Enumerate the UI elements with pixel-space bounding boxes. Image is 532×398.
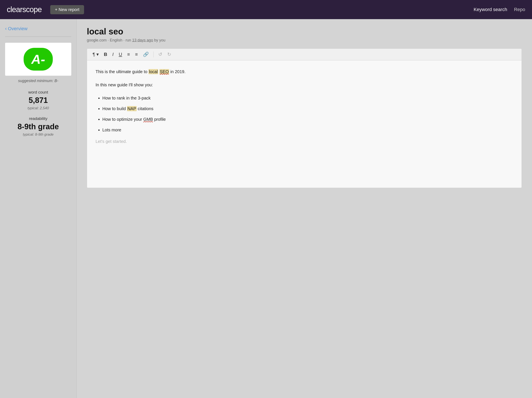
toolbar-separator — [153, 51, 154, 57]
report-source: google.com · English · run — [87, 38, 132, 42]
list-item: How to optimize your GMB profile — [102, 116, 513, 123]
overview-link[interactable]: ‹ Overview — [5, 26, 71, 31]
word-count-label: word count — [5, 90, 71, 95]
editor-toolbar: ¶ ▾ B I U ≡ ≡ 🔗 — [87, 49, 522, 60]
editor-paragraph-2: In this new guide I'll show you: — [95, 81, 513, 88]
undo-button[interactable]: ↺ — [156, 50, 164, 58]
editor-placeholder: Let's get started. — [95, 138, 513, 145]
undo-icon: ↺ — [158, 52, 162, 57]
highlight-seo: SEO — [159, 69, 169, 74]
underline-button[interactable]: U — [117, 50, 124, 58]
underline-icon: U — [119, 52, 122, 57]
report-author: by you — [153, 38, 165, 42]
paragraph-icon: ¶ ▾ — [93, 52, 99, 57]
list-item-4-text: Lots more — [102, 128, 121, 132]
list-item-2-after: citations — [137, 106, 153, 111]
grade-box: A- — [5, 43, 71, 76]
grade-pill: A- — [24, 48, 53, 71]
bold-button[interactable]: B — [102, 50, 109, 58]
link-button[interactable]: 🔗 — [141, 50, 151, 58]
paragraph-button[interactable]: ¶ ▾ — [90, 50, 101, 58]
keyword-search-link[interactable]: Keyword search — [474, 7, 507, 12]
editor-paragraph-1: This is the ultimate guide to local SEO … — [95, 68, 513, 75]
editor-wrapper: ¶ ▾ B I U ≡ ≡ 🔗 — [87, 49, 522, 188]
word-count-typical: typical: 2,540 — [5, 106, 71, 110]
unordered-list-button[interactable]: ≡ — [133, 50, 140, 58]
list-item-3-before: How to optimize your — [102, 117, 143, 122]
chevron-left-icon: ‹ — [5, 26, 6, 31]
readability-label: readability — [5, 116, 71, 121]
list-item: Lots more — [102, 126, 513, 134]
overview-label: Overview — [8, 26, 27, 31]
italic-icon: I — [112, 52, 114, 57]
highlight-local: local — [149, 69, 158, 74]
editor-list: How to rank in the 3-pack How to build N… — [102, 94, 513, 134]
new-report-button[interactable]: + New report — [50, 5, 84, 14]
para1-after: in 2019. — [169, 69, 186, 74]
suggested-minimum: suggested minimum: B- — [5, 79, 71, 83]
redo-icon: ↻ — [167, 52, 171, 57]
report-title: local seo — [87, 27, 522, 36]
list-item-1-text: How to rank in the 3-pack — [102, 96, 151, 100]
report-meta: google.com · English · run 13 days ago b… — [87, 38, 522, 43]
list-item-2-before: How to build — [102, 106, 127, 111]
top-navigation: clearscope + New report Keyword search R… — [0, 0, 532, 19]
logo: clearscope — [7, 5, 42, 14]
report-date: 13 days ago — [132, 38, 153, 42]
sidebar: ‹ Overview A- suggested minimum: B- word… — [0, 19, 77, 398]
link-icon: 🔗 — [143, 52, 149, 57]
list-item: How to build NAP citations — [102, 105, 513, 112]
highlight-nap: NAP — [127, 106, 137, 111]
para1-space — [158, 69, 159, 74]
readability-typical: typical: 8-9th grade — [5, 132, 71, 137]
para2-text: In this new guide I'll show you: — [95, 82, 153, 87]
sidebar-divider — [5, 37, 71, 37]
list-item: How to rank in the 3-pack — [102, 94, 513, 102]
readability-value: 8-9th grade — [5, 122, 71, 131]
word-count-value: 5,871 — [5, 96, 71, 105]
redo-button[interactable]: ↻ — [165, 50, 173, 58]
para1-before: This is the ultimate guide to — [95, 69, 149, 74]
ordered-list-icon: ≡ — [127, 52, 130, 57]
reports-link[interactable]: Repo — [514, 7, 525, 12]
content-area: local seo google.com · English · run 13 … — [77, 19, 532, 398]
highlight-gmb: GMB — [143, 117, 153, 122]
main-layout: ‹ Overview A- suggested minimum: B- word… — [0, 19, 532, 398]
italic-button[interactable]: I — [110, 50, 116, 58]
unordered-list-icon: ≡ — [135, 52, 138, 57]
ordered-list-button[interactable]: ≡ — [125, 50, 132, 58]
bold-icon: B — [104, 52, 107, 57]
list-item-3-after: profile — [153, 117, 166, 122]
editor-body[interactable]: This is the ultimate guide to local SEO … — [87, 60, 522, 188]
